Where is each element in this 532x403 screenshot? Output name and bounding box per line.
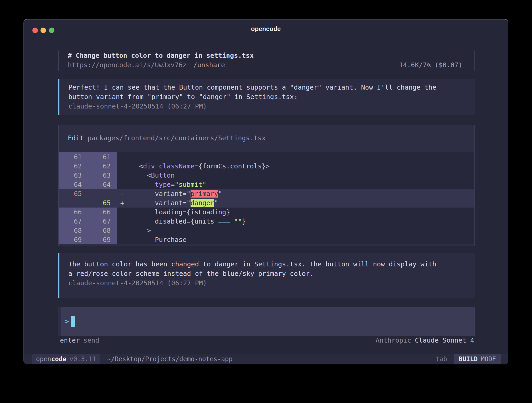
- mode-badge: BUILDMODE: [454, 354, 501, 364]
- model-info: AnthropicClaude Sonnet 4: [376, 336, 474, 345]
- code-token-tag: div: [143, 162, 155, 170]
- send-action-hint: send: [83, 337, 99, 344]
- code-token-plain: <: [131, 162, 143, 170]
- message-model-meta: claude-sonnet-4-20250514 (06:27 PM): [68, 278, 475, 288]
- code-token-op: ===: [218, 218, 230, 225]
- message-line: button variant from "primary" to "danger…: [68, 92, 475, 102]
- diff-line-number-new: 61: [88, 152, 117, 162]
- app-name-code: code: [51, 355, 66, 363]
- code-token-plain: ": [214, 199, 218, 207]
- provider-name: Anthropic: [376, 337, 411, 344]
- diff-view: 61616262 <div className={formCs.controls…: [59, 152, 474, 244]
- diff-change-sign: [117, 226, 127, 235]
- diff-code-line: disabled={units === ""}: [127, 217, 474, 226]
- code-token-plain: [155, 162, 159, 170]
- code-token-plain: [131, 181, 155, 188]
- diff-line-number-old: 69: [59, 235, 88, 244]
- unshare-command[interactable]: /unshare: [193, 61, 225, 69]
- app-version: v0.3.11: [70, 355, 96, 363]
- code-token-plain: {formCs.controls}>: [198, 162, 270, 170]
- status-bar: opencodev0.3.11 ~/Desktop/Projects/demo-…: [24, 354, 508, 364]
- code-token-plain: Purchase: [131, 236, 187, 244]
- diff-line-number-new: 67: [88, 217, 117, 226]
- enter-key-hint: enter: [60, 337, 80, 344]
- titlebar: opencode: [24, 19, 508, 35]
- diff-code-line: Purchase: [127, 235, 474, 244]
- model-name: Claude Sonnet 4: [415, 337, 474, 344]
- diff-row: 6969 Purchase: [59, 235, 474, 244]
- code-token-op: >: [147, 227, 151, 234]
- diff-line-number-new: 63: [88, 171, 117, 180]
- edit-file-path: packages/frontend/src/containers/Setting…: [88, 134, 265, 142]
- diff-line-number-old: 61: [59, 152, 88, 162]
- diff-line-number-old: 63: [59, 171, 88, 180]
- code-token-plain: loading={isLoading}: [131, 208, 230, 216]
- diff-line-number-new: 64: [88, 180, 117, 189]
- mode-secondary: MODE: [481, 355, 496, 363]
- diff-change-sign: [117, 152, 127, 162]
- diff-code-line: variant="primary": [127, 189, 474, 198]
- diff-code-line: variant="danger": [127, 198, 474, 208]
- code-token-plain: [230, 218, 234, 225]
- diff-line-number-new: 69: [88, 235, 117, 244]
- code-token-plain: disabled={units: [131, 218, 218, 225]
- diff-line-number-new: 68: [88, 226, 117, 235]
- opencode-window: opencode # Change button color to danger…: [24, 19, 508, 364]
- diff-change-sign: [117, 180, 127, 189]
- edit-tool-header: Edit packages/frontend/src/containers/Se…: [59, 125, 474, 143]
- code-token-attr: type: [155, 181, 171, 188]
- code-token-plain: ": [218, 190, 222, 198]
- diff-code-line: <div className={formCs.controls}>: [127, 162, 474, 171]
- mode-primary: BUILD: [459, 355, 478, 363]
- diff-change-sign: [117, 162, 127, 171]
- code-token-plain: [131, 227, 147, 234]
- app-version-badge: opencodev0.3.11: [32, 354, 100, 364]
- code-token-plain: <: [131, 172, 151, 179]
- diff-line-number-old: [59, 198, 88, 208]
- assistant-message: The button color has been changed to dan…: [58, 253, 475, 298]
- diff-line-number-old: 65: [59, 189, 88, 198]
- token-usage: 14.6K/7% ($0.07): [399, 60, 462, 70]
- diff-change-sign: [117, 235, 127, 244]
- diff-change-sign: [117, 217, 127, 226]
- diff-row: 6666 loading={isLoading}: [59, 208, 474, 217]
- message-line: a red/rose color scheme instead of the b…: [68, 269, 475, 278]
- diff-line-number-old: 68: [59, 226, 88, 235]
- code-token-plain: variant=": [131, 190, 191, 198]
- prompt-input[interactable]: >: [58, 307, 475, 336]
- tab-key-hint[interactable]: tab: [436, 355, 447, 363]
- diff-line-number-old: 66: [59, 208, 88, 217]
- session-share-row: https://opencode.ai/s/UwJxv76z/unshare 1…: [68, 60, 474, 70]
- code-token-plain: }: [242, 218, 246, 225]
- diff-code-line: type="submit": [127, 180, 474, 189]
- code-token-del-word: primary: [191, 190, 218, 198]
- diff-row: 6868 >: [59, 226, 474, 235]
- code-token-plain: variant=": [131, 199, 191, 207]
- diff-code-line: >: [127, 226, 474, 235]
- diff-change-sign: +: [117, 198, 127, 208]
- diff-row: 65- variant="primary": [59, 189, 474, 198]
- diff-line-number-old: 62: [59, 162, 88, 171]
- session-header: # Change button color to danger in setti…: [58, 50, 475, 71]
- diff-change-sign: -: [117, 189, 127, 198]
- code-token-tag: Button: [151, 172, 175, 179]
- code-token-op: =: [171, 181, 175, 188]
- window-title: opencode: [24, 25, 508, 33]
- diff-code-line: <Button: [127, 171, 474, 180]
- diff-row: 65+ variant="danger": [59, 198, 474, 208]
- hint-bar: entersend AnthropicClaude Sonnet 4: [60, 336, 475, 345]
- diff-line-number-old: 67: [59, 217, 88, 226]
- share-url-link[interactable]: https://opencode.ai/s/UwJxv76z: [68, 61, 187, 69]
- diff-code-line: loading={isLoading}: [127, 208, 474, 217]
- diff-change-sign: [117, 171, 127, 180]
- diff-line-number-old: 64: [59, 180, 88, 189]
- code-token-attr: className: [159, 162, 194, 170]
- code-token-add-word: danger: [191, 199, 214, 207]
- assistant-message: Perfect! I can see that the Button compo…: [58, 79, 475, 115]
- app-name-open: open: [36, 355, 51, 363]
- working-directory: ~/Desktop/Projects/demo-notes-app: [107, 355, 233, 363]
- code-token-string: "submit": [175, 181, 206, 188]
- diff-row: 6767 disabled={units === ""}: [59, 217, 474, 226]
- code-token-op: =: [195, 162, 198, 170]
- diff-row: 6464 type="submit": [59, 180, 474, 189]
